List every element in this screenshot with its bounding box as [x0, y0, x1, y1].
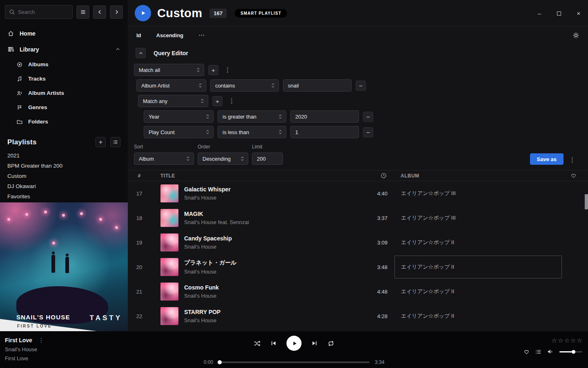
minus-icon: −	[366, 129, 370, 136]
add-playlist-button[interactable]: +	[96, 137, 106, 147]
save-as-button[interactable]: Save as	[530, 153, 564, 165]
select-value: Album	[139, 156, 154, 162]
add-rule-button[interactable]: +	[212, 96, 223, 106]
select-arrows-icon	[241, 156, 244, 162]
column-header-title[interactable]: TITLE	[160, 173, 364, 179]
progress-section: 0:00 3:34	[200, 359, 388, 365]
column-header-favorite[interactable]	[562, 173, 585, 179]
select-arrows-icon	[206, 114, 209, 119]
repeat-icon	[327, 340, 335, 347]
group-menu-button[interactable]: ⋮	[223, 65, 233, 75]
minimize-button[interactable]: –	[536, 10, 543, 17]
star-icon[interactable]: ☆	[577, 337, 582, 344]
home-icon	[7, 30, 14, 37]
scrollbar-thumb[interactable]	[585, 194, 588, 209]
volume-slider[interactable]	[559, 351, 582, 352]
heart-icon	[523, 349, 530, 355]
rule-field-select[interactable]: Year	[144, 110, 214, 123]
star-icon[interactable]: ☆	[570, 337, 576, 344]
remove-rule-button[interactable]: −	[363, 112, 373, 122]
match-mode-select[interactable]: Match all	[134, 64, 204, 76]
artwork-figure	[51, 255, 55, 273]
star-icon[interactable]: ☆	[564, 337, 570, 344]
seek-slider[interactable]	[218, 361, 370, 363]
rule-operator-select[interactable]: is less than	[218, 126, 286, 138]
close-button[interactable]: ×	[575, 10, 582, 17]
search-input[interactable]	[18, 9, 69, 15]
playlist-view-button[interactable]	[110, 137, 120, 147]
match-mode-select[interactable]: Match any	[138, 95, 208, 107]
player-bar: First Love ⋮ Snail's House First Love	[0, 331, 588, 368]
nav-back-button[interactable]	[93, 5, 106, 19]
column-header-album[interactable]: ALBUM	[394, 173, 562, 179]
volume-button[interactable]	[547, 348, 554, 355]
seek-thumb[interactable]	[218, 360, 222, 364]
track-row[interactable]: 17 Galactic Whisper Snail's House 4:40 エ…	[128, 181, 585, 206]
group-menu-button[interactable]: ⋮	[227, 96, 237, 106]
playlist-play-button[interactable]	[135, 5, 151, 21]
column-header-index[interactable]: #	[128, 173, 151, 179]
track-row[interactable]: 18 MAGIK Snail's House feat. Sennzai 3:3…	[128, 206, 585, 230]
add-rule-button[interactable]: +	[208, 65, 218, 75]
repeat-button[interactable]	[327, 340, 335, 347]
star-icon[interactable]: ☆	[552, 337, 557, 344]
rule-operator-select[interactable]: contains	[210, 79, 279, 92]
column-header-duration[interactable]	[364, 173, 388, 179]
playlist-item[interactable]: BPM Greater than 200	[0, 161, 128, 171]
sidebar-item-folders[interactable]: Folders	[0, 114, 128, 129]
collapse-button[interactable]	[136, 48, 146, 58]
rule-value-input[interactable]	[290, 110, 359, 123]
nav-forward-button[interactable]	[110, 5, 123, 19]
rule-value-input[interactable]	[290, 126, 359, 138]
sort-select[interactable]: Album	[134, 153, 194, 165]
previous-button[interactable]	[270, 340, 277, 347]
remove-rule-button[interactable]: −	[363, 127, 373, 137]
limit-input[interactable]	[252, 153, 283, 165]
gear-icon[interactable]	[572, 32, 579, 39]
next-button[interactable]	[311, 340, 318, 347]
play-pause-button[interactable]	[287, 336, 302, 351]
track-title-cell: MAGIK Snail's House feat. Sennzai	[184, 211, 364, 225]
order-select[interactable]: Descending	[198, 153, 248, 165]
rule-operator-select[interactable]: is greater than	[218, 110, 286, 123]
sidebar-item-library[interactable]: Library	[0, 41, 128, 57]
playlist-item[interactable]: 2021	[0, 150, 128, 161]
volume-thumb[interactable]	[572, 350, 575, 354]
kebab-icon[interactable]: ⋮	[38, 337, 44, 343]
playlist-item[interactable]: DJ Okawari	[0, 181, 128, 191]
queue-button[interactable]	[535, 349, 541, 355]
rule-value-input[interactable]	[283, 79, 352, 92]
rule-field-select[interactable]: Play Count	[144, 126, 214, 138]
favorite-button[interactable]	[523, 349, 530, 355]
sort-direction-control[interactable]: Ascending	[156, 32, 183, 38]
sidebar-item-home[interactable]: Home	[0, 25, 128, 41]
rating-stars[interactable]: ☆ ☆ ☆ ☆ ☆	[552, 337, 582, 344]
track-row[interactable]: 20 プラネット・ガール Snail's House 3:48 エイリアン☆ポッ…	[128, 255, 585, 279]
shuffle-button[interactable]	[254, 340, 261, 347]
query-rule: Album Artist contains −	[136, 79, 577, 92]
save-menu-button[interactable]: ⋮	[567, 155, 577, 165]
remove-rule-button[interactable]: −	[356, 81, 366, 91]
playlist-header: Custom 167 SMART PLAYLIST – ×	[128, 0, 588, 27]
star-icon[interactable]: ☆	[558, 337, 563, 344]
maximize-button[interactable]	[555, 10, 563, 17]
chevron-up-icon[interactable]	[115, 47, 120, 52]
track-duration: 4:40	[364, 191, 388, 197]
sidebar-item-tracks[interactable]: Tracks	[0, 72, 128, 86]
track-row[interactable]: 19 Candy Spaceship Snail's House 3:09 エイ…	[128, 230, 585, 255]
sort-field-control[interactable]: Id	[136, 32, 141, 38]
menu-button[interactable]	[76, 5, 89, 19]
playlist-item[interactable]: Favorites	[0, 191, 128, 202]
track-title-cell: Cosmo Funk Snail's House	[184, 284, 364, 299]
sidebar-item-albums[interactable]: Albums	[0, 57, 128, 72]
playlist-item[interactable]: Custom	[0, 171, 128, 181]
more-options-icon[interactable]: ⋯	[198, 31, 205, 39]
sidebar-item-genres[interactable]: Genres	[0, 100, 128, 114]
track-row[interactable]: 22 STARRY POP Snail's House 4:28 エイリアン☆ポ…	[128, 304, 585, 328]
sort-label: Sort	[134, 144, 194, 150]
rule-field-select[interactable]: Album Artist	[136, 79, 206, 92]
scrollbar[interactable]	[585, 181, 588, 331]
sidebar-item-album-artists[interactable]: Album Artists	[0, 86, 128, 100]
track-row[interactable]: 21 Cosmo Funk Snail's House 4:48 エイリアン☆ポ…	[128, 279, 585, 304]
search-box[interactable]	[5, 5, 73, 19]
